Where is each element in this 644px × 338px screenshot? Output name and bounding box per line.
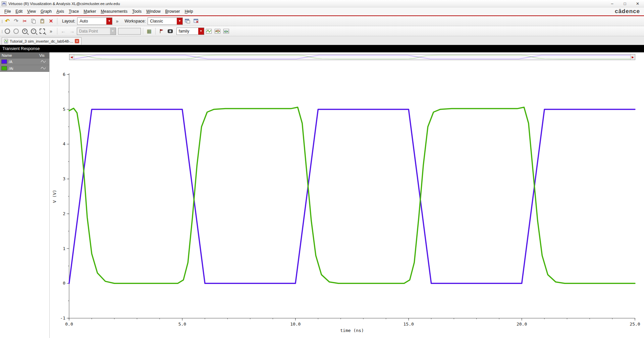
zoom-out-icon: −	[31, 29, 36, 34]
tab-icon	[4, 39, 8, 43]
tab-bar: Tutorial_3 sim_inverter_dc_lab548-... ✕	[0, 36, 644, 45]
workspace-combo[interactable]: Classic ▼	[148, 17, 183, 25]
svg-text:2: 2	[63, 211, 65, 216]
minimize-button[interactable]: –	[606, 0, 619, 7]
menu-bar: File Edit View Graph Axis Trace Marker M…	[0, 7, 644, 15]
snapshot-icon	[168, 29, 173, 33]
svg-text:4: 4	[63, 141, 65, 146]
previous-point-button[interactable]: ←	[59, 27, 67, 35]
undo-button[interactable]: ↶	[3, 17, 11, 25]
toolbar-overflow-chevron[interactable]: »	[116, 18, 118, 24]
combo-dropdown-icon[interactable]: ▼	[177, 18, 182, 25]
waveform-overview-strip[interactable]: ◀ ▶	[69, 54, 635, 60]
menu-trace[interactable]: Trace	[66, 8, 81, 15]
plot-style-strip-icon	[206, 29, 212, 34]
maximize-button[interactable]: □	[619, 0, 631, 7]
close-button[interactable]: ✕	[631, 0, 644, 7]
signal-color-chip	[1, 59, 7, 64]
overview-scroll-left-icon[interactable]: ◀	[69, 54, 74, 60]
family-combo[interactable]: family ▼	[176, 28, 204, 35]
vis-column-header: Vis	[39, 53, 49, 57]
plot-style-strip-button[interactable]	[205, 27, 213, 35]
zoom-out-button[interactable]: −	[30, 27, 38, 35]
visibility-toggle-icon[interactable]	[41, 60, 49, 64]
svg-text:20.0: 20.0	[517, 322, 527, 327]
tab-tutorial3[interactable]: Tutorial_3 sim_inverter_dc_lab548-... ✕	[2, 37, 82, 45]
flag-icon	[159, 29, 164, 34]
menu-graph[interactable]: Graph	[38, 8, 54, 15]
delete-workspace-icon	[194, 19, 199, 23]
svg-text:1: 1	[63, 246, 65, 251]
snapshot-button[interactable]	[166, 27, 174, 35]
calculator-button[interactable]: ▦	[145, 27, 153, 35]
plot-style-composite-button[interactable]	[222, 27, 230, 35]
overview-miniature-waves[interactable]	[74, 54, 630, 60]
overview-scroll-right-icon[interactable]: ▶	[630, 54, 635, 60]
save-workspace-button[interactable]	[183, 17, 192, 25]
menu-axis[interactable]: Axis	[54, 8, 66, 15]
menu-help[interactable]: Help	[182, 8, 196, 15]
window-title: Virtuoso (R) Visualization & Analysis XL…	[8, 2, 120, 6]
label-flag-button[interactable]	[158, 27, 166, 35]
menu-edit[interactable]: Edit	[13, 8, 25, 15]
calculator-icon: ▦	[147, 28, 152, 34]
svg-text:25.0: 25.0	[630, 322, 640, 327]
menu-file[interactable]: File	[2, 8, 13, 15]
previous-point-icon: ←	[61, 28, 66, 34]
marker-mode-value: Data Point	[77, 28, 110, 35]
graph-content: Name Vis /A /Ai -101234560.05.010.015.02…	[0, 52, 644, 338]
svg-text:3: 3	[63, 176, 65, 181]
redo-icon: ↷	[14, 18, 18, 24]
svg-text:0.0: 0.0	[65, 322, 73, 327]
menu-marker[interactable]: Marker	[81, 8, 98, 15]
menu-measurements[interactable]: Measurements	[99, 8, 130, 15]
svg-text:15.0: 15.0	[404, 322, 414, 327]
cadence-logo: cādence	[615, 8, 640, 15]
svg-text:V (V): V (V)	[52, 190, 57, 203]
copy-button[interactable]	[30, 17, 38, 25]
delete-button[interactable]: ✕	[47, 17, 55, 25]
zoom-in-button[interactable]: +	[21, 27, 29, 35]
signal-row-ai[interactable]: /Ai	[0, 65, 49, 72]
menu-window[interactable]: Window	[144, 8, 163, 15]
workspace-combo-value: Classic	[148, 18, 177, 25]
menu-tools[interactable]: Tools	[130, 8, 144, 15]
svg-text:time (ns): time (ns)	[340, 328, 364, 333]
signal-color-chip	[1, 66, 7, 70]
graph-title: Transient Response	[2, 46, 40, 51]
chart-area[interactable]: -101234560.05.010.015.020.025.0time (ns)…	[50, 52, 644, 338]
combo-dropdown-icon[interactable]: ▼	[106, 18, 112, 25]
menu-view[interactable]: View	[25, 8, 38, 15]
toolbar-overflow-chevron[interactable]: »	[50, 29, 52, 34]
toolbar-separator	[57, 28, 57, 35]
paste-button[interactable]	[38, 17, 46, 25]
probe-button[interactable]	[12, 27, 20, 35]
signal-label: /A	[9, 60, 39, 64]
visibility-toggle-icon[interactable]	[41, 66, 49, 70]
plot-style-overlay-button[interactable]	[214, 27, 222, 35]
redo-button[interactable]: ↷	[12, 17, 20, 25]
name-column-header: Name	[0, 53, 39, 57]
next-point-icon: →	[69, 28, 74, 34]
tab-close-icon[interactable]: ✕	[75, 39, 79, 43]
pan-button[interactable]	[3, 27, 11, 35]
signal-label: /Ai	[9, 66, 39, 70]
plot-style-composite-icon	[223, 29, 229, 34]
cut-icon: ✂	[23, 18, 27, 24]
toolbar-separator	[57, 18, 57, 25]
pan-icon	[5, 29, 10, 34]
layout-combo[interactable]: Auto ▼	[77, 17, 112, 25]
transient-response-chart[interactable]: -101234560.05.010.015.020.025.0time (ns)…	[50, 52, 644, 338]
paste-icon	[40, 19, 45, 23]
combo-dropdown-icon: ▼	[110, 28, 116, 35]
app-icon	[2, 1, 6, 6]
signal-row-a[interactable]: /A	[0, 58, 49, 65]
combo-dropdown-icon[interactable]: ▼	[198, 28, 204, 35]
graph-title-strip: Transient Response	[0, 45, 644, 52]
menu-browser[interactable]: Browser	[163, 8, 182, 15]
cut-button[interactable]: ✂	[21, 17, 29, 25]
delete-workspace-button[interactable]	[192, 17, 200, 25]
next-point-button[interactable]: →	[68, 27, 76, 35]
layout-label: Layout:	[62, 19, 75, 23]
zoom-region-button[interactable]	[38, 27, 46, 35]
